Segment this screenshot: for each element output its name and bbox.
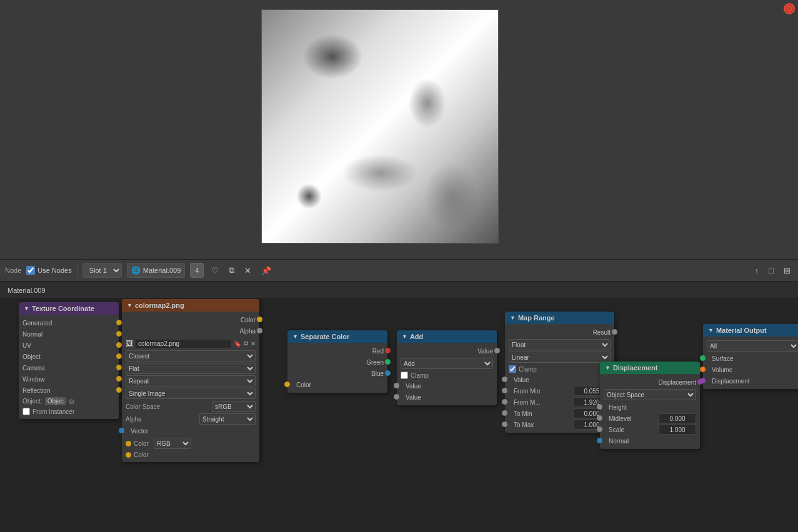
node-mr-clamp-label: Clamp <box>519 366 537 373</box>
slot-select[interactable]: Slot 1 <box>82 263 122 278</box>
node-disp-header: ▼ Displacement <box>600 362 700 374</box>
node-img-colorval-row: Color <box>122 450 259 460</box>
node-mr-interp-row[interactable]: Linear <box>509 352 611 363</box>
node-disp-row-normal-in: Normal <box>600 435 700 446</box>
from-instancer-checkbox[interactable] <box>22 408 30 415</box>
node-mr-clamp-check[interactable] <box>509 365 516 373</box>
node-img-filename: colormap2.png <box>136 340 231 348</box>
nav-grid-btn[interactable]: ⊞ <box>781 265 793 277</box>
node-disp-body: Displacement Object SpaceTangent Space H… <box>600 374 700 449</box>
node-mo-collapse-icon: ▼ <box>708 327 714 333</box>
node-img-alpha-select[interactable]: Straight <box>199 413 256 425</box>
img-copy-icon[interactable]: ⧉ <box>244 340 248 347</box>
node-sc-row-blue: Blue <box>287 368 387 379</box>
node-img-source-row[interactable]: Single Image <box>126 388 256 399</box>
toolbar-sep-1 <box>77 264 77 277</box>
node-tc-from-instancer[interactable]: From Instancer <box>19 406 119 416</box>
node-img-projection[interactable]: Flat <box>126 363 256 374</box>
node-add-row-value-out: Value <box>397 345 497 357</box>
material-count-badge: 4 <box>190 263 204 278</box>
node-img-alpha-row[interactable]: Alpha Straight <box>122 413 259 425</box>
node-editor[interactable]: ▼ Texture Coordinate Generated Normal UV… <box>0 299 798 532</box>
pin-btn[interactable]: 📌 <box>259 265 274 277</box>
node-add-op-row[interactable]: Add <box>401 358 493 369</box>
material-field[interactable]: 🌐 Material.009 <box>127 263 186 278</box>
node-mr-clamp-row[interactable]: Clamp <box>505 364 614 374</box>
shield-btn[interactable]: ♡ <box>209 265 221 277</box>
use-nodes-checkbox[interactable] <box>26 266 35 275</box>
node-img-extension[interactable]: Repeat <box>126 375 256 387</box>
node-disp-scale-input[interactable] <box>659 425 696 435</box>
node-disp-row-midlevel-in: Midlevel <box>600 413 700 424</box>
globe-icon: 🌐 <box>131 266 141 275</box>
node-tc-row-window: Window <box>19 373 119 385</box>
node-add-clamp-label: Clamp <box>411 372 429 379</box>
node-img-color-label: Color <box>134 440 149 447</box>
node-disp-space-row[interactable]: Object SpaceTangent Space <box>604 389 696 400</box>
node-img-row-color: Color <box>122 314 259 325</box>
node-add[interactable]: ▼ Add Value Add Clamp Value <box>397 330 497 405</box>
node-image-texture[interactable]: ▼ colormap2.png Color Alpha 🖼 colormap2.… <box>122 299 259 462</box>
node-img-title: colormap2.png <box>135 302 184 309</box>
node-mo-row-displacement: Displacement <box>703 375 798 387</box>
node-mo-target-row[interactable]: AllEeveeCycles <box>707 340 798 352</box>
img-bookmark-icon[interactable]: 🔖 <box>234 340 241 347</box>
node-add-clamp-row[interactable]: Clamp <box>397 370 497 380</box>
node-mr-float-type[interactable]: Float <box>509 339 611 350</box>
node-add-header: ▼ Add <box>397 330 497 343</box>
node-img-extension-row[interactable]: Repeat <box>126 375 256 387</box>
node-img-collapse-icon: ▼ <box>127 302 132 308</box>
node-add-clamp-check[interactable] <box>401 372 408 379</box>
render-preview <box>261 9 499 244</box>
node-tc-object-value: Objec <box>45 397 66 405</box>
nav-square-btn[interactable]: □ <box>766 265 776 277</box>
node-img-source[interactable]: Single Image <box>126 388 256 399</box>
node-mr-interpolation[interactable]: Linear <box>509 352 611 363</box>
copy-btn[interactable]: ⧉ <box>226 264 237 277</box>
node-mr-row-value-in: Value <box>505 374 614 385</box>
node-tc-header: ▼ Texture Coordinate <box>19 302 119 315</box>
node-img-alpha-label: Alpha <box>126 416 142 423</box>
node-img-cs-select[interactable]: sRGB <box>212 401 256 412</box>
nav-up-btn[interactable]: ↑ <box>752 265 762 277</box>
node-tc-object-field[interactable]: Object: Objec ◎ <box>19 396 119 406</box>
node-texture-coordinate[interactable]: ▼ Texture Coordinate Generated Normal UV… <box>19 302 119 419</box>
node-disp-midlevel-input[interactable] <box>659 413 696 423</box>
node-sc-collapse-icon: ▼ <box>292 333 298 340</box>
node-mr-collapse-icon: ▼ <box>510 315 516 321</box>
node-displacement[interactable]: ▼ Displacement Displacement Object Space… <box>600 362 700 449</box>
node-sc-header: ▼ Separate Color <box>287 330 387 343</box>
node-img-interpolation-row[interactable]: ClosestLinear <box>126 350 256 362</box>
node-img-colorval-label: Color <box>134 451 149 458</box>
node-tc-target-icon[interactable]: ◎ <box>69 398 74 405</box>
node-img-colorspace-row[interactable]: Color Space sRGB <box>122 400 259 413</box>
node-mo-target[interactable]: AllEeveeCycles <box>707 340 798 352</box>
node-sc-title: Separate Color <box>301 333 349 340</box>
node-img-projection-row[interactable]: Flat <box>126 363 256 374</box>
node-tc-collapse-icon: ▼ <box>24 305 29 312</box>
from-instancer-label: From Instancer <box>32 408 74 415</box>
node-material-output[interactable]: ▼ Material Output AllEeveeCycles Surface… <box>703 324 798 389</box>
node-add-operation[interactable]: Add <box>401 358 493 369</box>
node-img-interpolation[interactable]: ClosestLinear <box>126 350 256 362</box>
use-nodes-toggle[interactable]: Use Nodes <box>26 266 71 275</box>
img-close-icon[interactable]: ✕ <box>251 340 256 347</box>
node-mo-title: Material Output <box>716 327 767 334</box>
node-mr-header: ▼ Map Range <box>505 312 614 324</box>
node-tc-title: Texture Coordinate <box>32 305 94 312</box>
node-img-file-row[interactable]: 🖼 colormap2.png 🔖 ⧉ ✕ <box>126 339 256 348</box>
node-img-color-mode[interactable]: RGB <box>154 438 191 449</box>
node-map-range[interactable]: ▼ Map Range Result Float Linear Clamp <box>505 312 614 433</box>
node-mr-float-row[interactable]: Float <box>509 339 611 350</box>
node-disp-space[interactable]: Object SpaceTangent Space <box>604 389 696 400</box>
node-connection-dot[interactable] <box>784 3 795 14</box>
node-img-color-row: Color RGB <box>122 436 259 450</box>
node-mo-row-volume: Volume <box>703 364 798 375</box>
node-separate-color[interactable]: ▼ Separate Color Red Green Blue Color <box>287 330 387 393</box>
close-btn[interactable]: ✕ <box>242 265 254 277</box>
node-disp-row-disp-out: Displacement <box>600 377 700 388</box>
node-mr-row-frommin-in: From Min <box>505 385 614 397</box>
node-disp-row-height-in: Height <box>600 401 700 413</box>
node-sc-row-red: Red <box>287 345 387 357</box>
node-mr-row-result: Result <box>505 327 614 338</box>
